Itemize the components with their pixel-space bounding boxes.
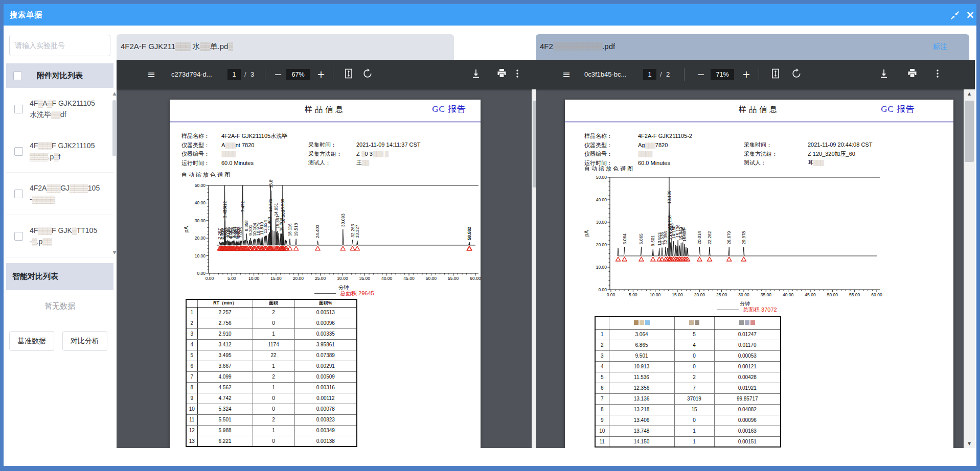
table-cell: 2 xyxy=(253,371,294,382)
file-item-4[interactable]: 4F▒▒▒F GJK▒TT105-▒.p▒▒ xyxy=(6,215,113,257)
svg-text:35.00: 35.00 xyxy=(761,292,772,297)
collapse-icon[interactable] xyxy=(950,11,960,20)
compare-analysis-button[interactable]: 对比分析 xyxy=(62,331,107,351)
table-cell: 3.495 xyxy=(197,350,253,361)
file-item-1[interactable]: 4F▒A▒F GJK211105水洗毕▒▒df xyxy=(6,88,113,130)
table-row: 26.86540.01170 xyxy=(595,340,781,350)
sample-info-left: 样品名称：4F2A-F GJK211105-2仪器类型：Ag▒▒▒7820仪器编… xyxy=(584,132,692,168)
right-pdf-tab[interactable]: 4F2▒▒▒▒▒▒▒▒▒▒.pdf 标注 xyxy=(536,34,969,60)
table-header-cell xyxy=(714,317,781,329)
table-cell: 1 xyxy=(253,328,294,339)
svg-text:7.472: 7.472 xyxy=(240,201,245,212)
table-cell: 4 xyxy=(595,361,609,372)
right-pdf-toolbar: ≡ 0c3f1b45-bc... 1 / 2 − 71% + xyxy=(536,60,975,89)
field-label: 测试人： xyxy=(744,159,808,167)
svg-text:7.035: 7.035 xyxy=(238,227,243,238)
scroll-down-button[interactable]: ▼ xyxy=(964,439,975,448)
select-all-checkbox[interactable] xyxy=(13,72,22,80)
page-number-box[interactable]: 1 xyxy=(227,69,241,80)
zoom-in-button[interactable]: + xyxy=(742,67,750,81)
menu-icon[interactable]: ≡ xyxy=(147,67,155,81)
field-value: Ag▒▒▒7820 xyxy=(638,142,668,148)
table-row: 125.98810.00349 xyxy=(186,425,357,436)
table-cell: 1 xyxy=(674,426,714,436)
table-cell: 0.00509 xyxy=(294,371,357,382)
window-border-left xyxy=(0,0,4,471)
file-item-3[interactable]: 4F2A▒▒▒GJ▒▒▒▒105-▒▒▒▒▒ xyxy=(6,173,113,215)
svg-text:13.897: 13.897 xyxy=(268,179,274,188)
table-cell: 0.00823 xyxy=(294,414,357,425)
page-total: 2 xyxy=(666,70,670,78)
left-pdf-tab[interactable]: 4F2A-F GJK211▒▒▒ 水▒▒单.pd▒ xyxy=(117,34,454,60)
svg-text:10.00: 10.00 xyxy=(248,276,260,281)
table-cell: 0 xyxy=(253,436,294,446)
report-divider xyxy=(170,121,481,122)
table-cell: 5.988 xyxy=(197,425,253,436)
table-cell: 13.406 xyxy=(609,415,674,426)
svg-text:30.00: 30.00 xyxy=(738,292,749,297)
zoom-out-button[interactable]: − xyxy=(274,67,282,81)
legend-line xyxy=(717,310,739,310)
report-divider xyxy=(565,123,953,123)
zoom-out-button[interactable]: − xyxy=(697,67,705,81)
pdf-filename: c273d794-d... xyxy=(171,70,212,78)
svg-text:10.00: 10.00 xyxy=(650,292,661,297)
table-row: 12.25720.00513 xyxy=(186,307,357,318)
svg-text:50.00: 50.00 xyxy=(827,292,838,297)
table-cell: 5 xyxy=(186,350,197,361)
svg-text:13.771: 13.771 xyxy=(268,199,273,212)
svg-text:13.136: 13.136 xyxy=(667,191,672,204)
menu-icon[interactable]: ≡ xyxy=(562,67,571,81)
field-label: 采集时间： xyxy=(308,141,356,149)
fit-page-button[interactable] xyxy=(771,68,780,79)
zoom-in-button[interactable]: + xyxy=(317,67,325,81)
item-checkbox[interactable] xyxy=(14,190,23,198)
table-cell: 1 xyxy=(253,361,294,371)
table-cell: 3.667 xyxy=(197,361,253,371)
svg-text:20.00: 20.00 xyxy=(596,242,607,247)
download-button[interactable] xyxy=(471,68,481,79)
file-item-2[interactable]: 4F▒▒▒F GJK211105▒▒▒▒.p▒f xyxy=(6,130,113,173)
total-area-legend: 总面积 29645 xyxy=(314,290,374,297)
table-cell: 0.00138 xyxy=(294,436,357,446)
item-checkbox[interactable] xyxy=(14,232,23,241)
svg-text:13.460: 13.460 xyxy=(267,217,272,230)
table-row: 612.35670.01921 xyxy=(595,383,781,393)
page-number-box[interactable]: 1 xyxy=(643,69,656,80)
more-options-button[interactable] xyxy=(515,68,519,79)
download-button[interactable] xyxy=(879,68,888,79)
svg-text:20.00: 20.00 xyxy=(694,292,705,297)
item-checkbox[interactable] xyxy=(14,147,23,156)
rotate-button[interactable] xyxy=(362,68,373,79)
item-checkbox[interactable] xyxy=(14,105,23,113)
close-icon[interactable]: × xyxy=(966,8,975,17)
field-value: 王▒▒ xyxy=(356,159,369,166)
search-input[interactable] xyxy=(9,35,110,56)
field-value: 60.0 Minutes xyxy=(638,160,670,166)
table-row: 94.74200.00112 xyxy=(186,393,357,404)
table-cell: 0 xyxy=(674,361,714,372)
table-cell: 12.356 xyxy=(609,383,674,393)
window-title: 搜索单据 xyxy=(10,10,42,20)
table-cell: 0.04082 xyxy=(714,404,781,415)
print-button[interactable] xyxy=(907,68,917,78)
fit-page-button[interactable] xyxy=(344,68,353,79)
svg-text:3.064: 3.064 xyxy=(622,233,627,245)
field-label: 采集时间： xyxy=(744,141,808,149)
rotate-button[interactable] xyxy=(791,68,802,79)
left-pdf-toolbar: ≡ c273d794-d... 1 / 3 − 67% + xyxy=(117,60,543,89)
scroll-thumb[interactable] xyxy=(965,101,974,162)
annotate-link[interactable]: 标注 xyxy=(933,42,947,52)
baseline-data-button[interactable]: 基准数据 xyxy=(9,331,54,351)
print-button[interactable] xyxy=(497,68,507,78)
scroll-up-button[interactable]: ▲ xyxy=(964,89,975,98)
table-cell: 10 xyxy=(186,404,197,414)
list-scroll-thumb[interactable] xyxy=(112,100,116,156)
field-value: Z 120_320加压_60 xyxy=(808,151,855,157)
svg-text:60.00: 60.00 xyxy=(470,276,481,281)
more-options-button[interactable] xyxy=(936,68,940,79)
svg-text:25.00: 25.00 xyxy=(315,276,326,281)
table-header-cell xyxy=(674,317,714,329)
table-cell: 0.00316 xyxy=(294,382,357,393)
table-cell: 4.742 xyxy=(197,393,253,404)
